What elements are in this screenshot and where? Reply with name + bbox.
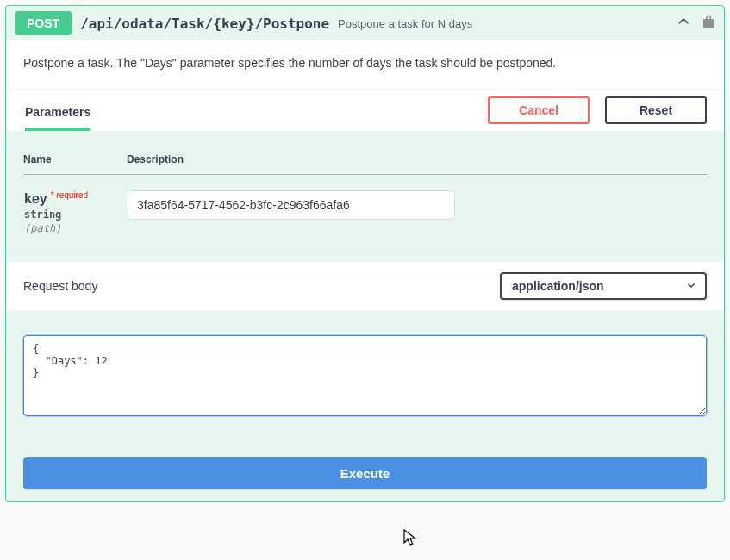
parameters-section: Name Description key* required string (p… xyxy=(6,131,724,261)
tab-parameters[interactable]: Parameters xyxy=(25,96,90,131)
endpoint-path: /api/odata/Task/{key}/Postpone xyxy=(80,16,329,32)
param-value-input[interactable] xyxy=(128,190,455,220)
cancel-button[interactable]: Cancel xyxy=(488,96,590,124)
http-method-badge: POST xyxy=(15,11,72,35)
column-header-name: Name xyxy=(23,145,127,175)
operation-header[interactable]: POST /api/odata/Task/{key}/Postpone Post… xyxy=(6,6,724,40)
operation-description: Postpone a task. The "Days" parameter sp… xyxy=(6,40,724,89)
request-body-label: Request body xyxy=(23,279,97,293)
param-required-label: * required xyxy=(51,190,88,200)
content-type-select[interactable]: application/json xyxy=(500,272,707,300)
execute-button[interactable]: Execute xyxy=(23,457,707,489)
param-in: (path) xyxy=(24,222,126,234)
column-header-description: Description xyxy=(127,145,707,175)
param-type: string xyxy=(24,208,126,221)
parameters-header-row: Parameters Cancel Reset xyxy=(6,89,724,131)
parameter-row: key* required string (path) xyxy=(23,175,707,236)
operation-summary: Postpone a task for N days xyxy=(338,17,472,30)
operation-panel: POST /api/odata/Task/{key}/Postpone Post… xyxy=(5,5,725,502)
request-body-section xyxy=(6,311,724,426)
param-name: key xyxy=(24,191,47,206)
cursor-icon xyxy=(403,529,419,551)
collapse-chevron-icon[interactable] xyxy=(676,14,691,33)
reset-button[interactable]: Reset xyxy=(605,96,707,124)
request-body-textarea[interactable] xyxy=(23,335,707,416)
lock-icon[interactable] xyxy=(702,14,715,33)
request-body-header: Request body application/json xyxy=(6,261,724,311)
